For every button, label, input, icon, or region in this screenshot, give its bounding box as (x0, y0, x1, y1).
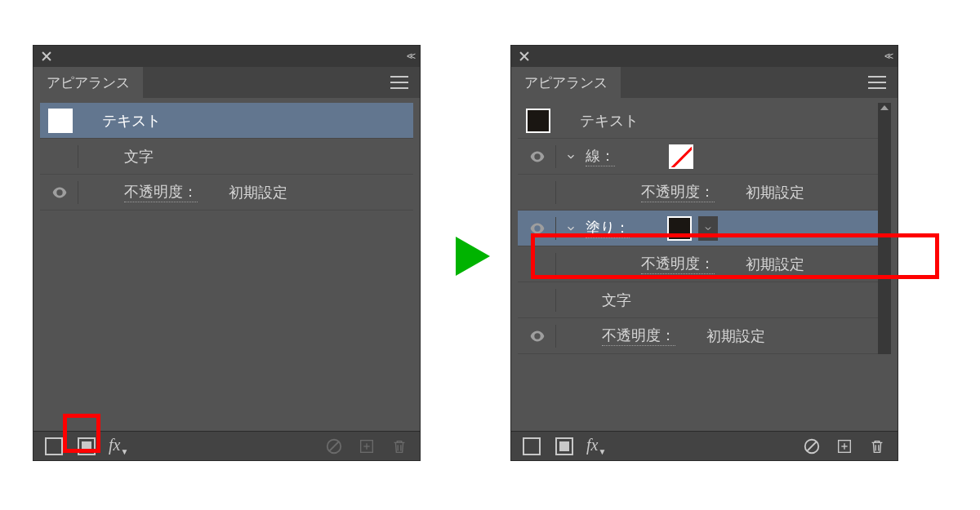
collapse-icon[interactable]: << (884, 51, 891, 62)
list-item[interactable]: 不透明度： 初期設定 (40, 175, 413, 211)
clear-appearance-button (323, 436, 345, 457)
svg-line-8 (808, 441, 817, 450)
expand-icon[interactable] (563, 220, 579, 237)
list-item[interactable]: 不透明度： 初期設定 (518, 175, 878, 211)
scrollbar[interactable] (878, 103, 891, 354)
opacity-value[interactable]: 初期設定 (229, 183, 287, 202)
fill-label[interactable]: 塗り： (586, 218, 630, 238)
opacity-label[interactable]: 不透明度： (641, 254, 715, 274)
add-effect-button[interactable]: fx▼ (109, 436, 128, 456)
delete-button[interactable] (866, 436, 888, 457)
arrow-right-icon (456, 237, 490, 276)
appearance-panel-after: << アピアランス テキスト 線： (510, 45, 898, 461)
tab-appearance[interactable]: アピアランス (511, 67, 621, 98)
panel-menu-icon[interactable] (865, 67, 889, 98)
panel-footer: fx▼ (33, 431, 420, 460)
close-icon[interactable] (518, 50, 531, 63)
list-item-fill[interactable]: 塗り： (518, 211, 878, 246)
stroke-label[interactable]: 線： (586, 146, 615, 166)
opacity-value[interactable]: 初期設定 (746, 255, 804, 274)
scroll-up-icon[interactable] (880, 105, 889, 110)
close-icon[interactable] (40, 50, 53, 63)
appearance-list: テキスト 線： (511, 98, 898, 359)
list-item[interactable]: 文字 (518, 282, 878, 318)
fill-swatch[interactable] (667, 216, 692, 241)
tab-label: アピアランス (524, 73, 608, 92)
visibility-toggle-icon[interactable] (526, 325, 549, 348)
visibility-toggle-icon[interactable] (526, 217, 549, 240)
opacity-label[interactable]: 不透明度： (641, 182, 715, 202)
new-fill-button[interactable] (76, 436, 97, 457)
fill-icon (555, 437, 573, 455)
item-label: テキスト (580, 111, 639, 131)
opacity-label[interactable]: 不透明度： (124, 182, 198, 202)
opacity-value[interactable]: 初期設定 (706, 326, 765, 346)
visibility-placeholder (526, 181, 549, 204)
panel-topstrip: << (511, 46, 898, 67)
list-item[interactable]: テキスト (40, 103, 413, 139)
delete-button (389, 436, 410, 457)
visibility-toggle-icon[interactable] (48, 181, 71, 204)
visibility-placeholder (48, 145, 71, 168)
visibility-toggle-icon[interactable] (526, 145, 549, 168)
appearance-list: テキスト 文字 不透明度： 初期設定 (33, 98, 420, 215)
collapse-icon[interactable]: << (407, 51, 413, 62)
clear-appearance-button[interactable] (801, 436, 822, 457)
duplicate-button[interactable] (834, 436, 855, 457)
fx-label: fx (109, 436, 120, 454)
panel-footer: fx▼ (511, 431, 898, 460)
opacity-value[interactable]: 初期設定 (746, 183, 804, 202)
new-stroke-button[interactable] (43, 436, 65, 457)
visibility-placeholder (526, 253, 549, 276)
opacity-label[interactable]: 不透明度： (602, 326, 675, 346)
item-label: 文字 (124, 147, 154, 166)
item-label: 文字 (602, 290, 631, 310)
list-item[interactable]: テキスト (518, 103, 878, 139)
svg-line-1 (330, 441, 339, 450)
duplicate-button (356, 436, 377, 457)
tab-bar: アピアランス (511, 67, 898, 98)
list-item[interactable]: 文字 (40, 139, 413, 175)
expand-icon[interactable] (563, 149, 579, 165)
fill-swatch-dropdown[interactable] (698, 216, 718, 241)
new-stroke-button[interactable] (521, 436, 542, 457)
tab-appearance[interactable]: アピアランス (33, 67, 143, 98)
item-label: テキスト (102, 111, 161, 131)
visibility-placeholder (526, 289, 549, 312)
color-swatch[interactable] (526, 109, 550, 133)
stroke-icon (523, 437, 541, 455)
panel-menu-icon[interactable] (387, 67, 412, 98)
stroke-icon (45, 437, 63, 455)
add-effect-button[interactable]: fx▼ (586, 436, 606, 456)
appearance-panel-before: << アピアランス テキスト 文字 不透明度： (33, 45, 421, 461)
list-item[interactable]: 線： (518, 139, 878, 175)
fill-icon (78, 437, 96, 455)
tab-bar: アピアランス (33, 67, 420, 98)
panel-topstrip: << (33, 46, 420, 67)
new-fill-button[interactable] (554, 436, 575, 457)
list-item[interactable]: 不透明度： 初期設定 (518, 246, 878, 282)
color-swatch[interactable] (48, 109, 73, 133)
tab-label: アピアランス (47, 73, 130, 92)
stroke-swatch-none[interactable] (669, 144, 693, 169)
fx-label: fx (586, 436, 598, 454)
list-item[interactable]: 不透明度： 初期設定 (518, 318, 878, 354)
